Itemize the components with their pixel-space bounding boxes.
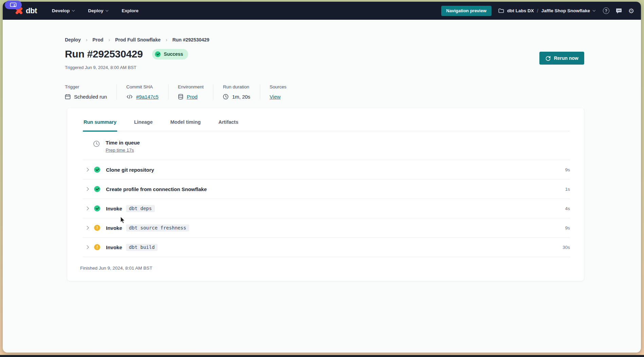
rerun-now-button[interactable]: Rerun now <box>539 52 584 65</box>
project-name: Jaffle Shop Snowflake <box>541 8 590 13</box>
top-navbar: dbt Develop Deploy Explore Navigation pr… <box>3 2 641 20</box>
nav-menu-deploy[interactable]: Deploy <box>88 8 108 13</box>
meta-run-duration: Run duration 1m, 20s <box>213 84 260 100</box>
breadcrumb-deploy[interactable]: Deploy <box>65 37 81 42</box>
main-nav: Develop Deploy Explore <box>52 8 139 13</box>
expand-chevron-icon[interactable] <box>85 168 89 171</box>
meta-label: Commit SHA <box>126 84 159 89</box>
meta-value-text: 1m, 20s <box>232 94 250 100</box>
nav-menu-explore[interactable]: Explore <box>122 8 139 13</box>
status-badge-label: Success <box>164 51 183 57</box>
rerun-now-label: Rerun now <box>554 55 578 61</box>
meta-commit-sha: Commit SHA #9a147c5 <box>117 84 168 100</box>
environment-link[interactable]: Prod <box>187 94 198 100</box>
feedback-icon <box>615 8 622 14</box>
success-check-icon <box>94 205 100 211</box>
page-title: Run #292530429 <box>65 48 143 60</box>
folder-icon <box>498 8 504 13</box>
expand-chevron-icon[interactable] <box>85 187 89 191</box>
step-row-dbt-build[interactable]: Invoke dbt build 30s <box>83 238 570 257</box>
clock-icon <box>93 140 100 153</box>
help-icon <box>603 7 609 14</box>
meta-label: Environment <box>178 84 204 89</box>
success-check-icon <box>94 186 100 192</box>
tab-model-timing[interactable]: Model timing <box>170 119 201 132</box>
refresh-icon <box>545 55 551 61</box>
nav-menu-deploy-label: Deploy <box>88 8 103 13</box>
time-in-queue-block: Time in queue Prep time 17s <box>83 131 570 160</box>
step-duration: 30s <box>562 245 570 250</box>
calendar-icon <box>65 94 71 100</box>
feedback-button[interactable] <box>614 6 623 15</box>
breadcrumb: Deploy › Prod › Prod Full Snowflake › Ru… <box>65 37 584 42</box>
step-row-clone-git[interactable]: Clone git repository 9s <box>83 160 570 180</box>
step-command: dbt source freshness <box>126 224 190 232</box>
expand-chevron-icon[interactable] <box>85 245 89 249</box>
commit-sha-link[interactable]: #9a147c5 <box>136 94 159 100</box>
nav-menu-explore-label: Explore <box>122 8 139 13</box>
meta-trigger: Trigger Scheduled run <box>65 84 117 100</box>
chevron-down-icon <box>72 8 75 11</box>
meta-environment: Environment Prod <box>168 84 213 100</box>
expand-chevron-icon[interactable] <box>85 226 89 230</box>
status-badge: Success <box>152 49 188 60</box>
screen-share-icon <box>10 2 17 7</box>
meta-value-text: Scheduled run <box>74 94 107 100</box>
step-row-dbt-deps[interactable]: Invoke dbt deps 4s <box>83 199 570 218</box>
warning-icon <box>94 225 100 231</box>
finished-timestamp: Finished Jun 9, 2024, 8:01 AM BST <box>80 257 570 271</box>
breadcrumb-separator: › <box>86 37 88 42</box>
nav-menu-develop[interactable]: Develop <box>52 8 75 13</box>
mouse-cursor <box>120 216 126 226</box>
settings-button[interactable]: ⚙ <box>627 6 636 15</box>
page-header: Deploy › Prod › Prod Full Snowflake › Ru… <box>65 37 584 100</box>
triggered-timestamp: Triggered Jun 9, 2024, 8:00 AM BST <box>65 65 584 70</box>
code-icon <box>126 94 133 99</box>
meta-sources: Sources View <box>260 84 296 100</box>
help-button[interactable] <box>602 6 610 15</box>
step-label: Create profile from connection Snowflake <box>106 186 207 192</box>
breadcrumb-prod[interactable]: Prod <box>92 37 103 42</box>
tab-run-summary[interactable]: Run summary <box>83 119 117 132</box>
sources-view-link[interactable]: View <box>270 94 281 100</box>
expand-chevron-icon[interactable] <box>85 206 89 210</box>
database-icon <box>178 94 183 100</box>
step-row-create-profile[interactable]: Create profile from connection Snowflake… <box>83 180 570 199</box>
account-project-switcher[interactable]: dbt Labs DX / Jaffle Shop Snowflake <box>498 8 595 14</box>
chevron-down-icon <box>593 8 595 11</box>
run-summary-card: Run summary Lineage Model timing Artifac… <box>67 108 584 281</box>
account-separator: / <box>537 8 538 14</box>
run-meta-row: Trigger Scheduled run Commit SHA #9a147c… <box>65 84 584 100</box>
clock-icon <box>223 94 229 100</box>
meta-label: Trigger <box>65 84 107 89</box>
app-window: dbt Develop Deploy Explore Navigation pr… <box>3 2 641 353</box>
check-circle-icon <box>155 51 161 57</box>
tab-lineage[interactable]: Lineage <box>133 119 154 132</box>
nav-menu-develop-label: Develop <box>52 8 70 13</box>
step-label: Clone git repository <box>106 167 154 173</box>
step-command: dbt build <box>126 244 158 251</box>
step-row-dbt-source-freshness[interactable]: Invoke dbt source freshness 9s <box>83 218 570 238</box>
meta-label: Run duration <box>223 84 250 89</box>
presence-badge[interactable] <box>5 1 22 9</box>
time-in-queue-title: Time in queue <box>106 140 140 146</box>
dbt-logo-label: dbt <box>26 6 37 15</box>
success-check-icon <box>94 167 100 173</box>
step-command: dbt deps <box>126 205 155 212</box>
step-duration: 1s <box>565 187 570 192</box>
breadcrumb-run[interactable]: Run #292530429 <box>172 37 209 42</box>
navigation-preview-button[interactable]: Navigation preview <box>441 6 491 16</box>
chevron-down-icon <box>106 8 108 11</box>
step-duration: 4s <box>565 206 570 211</box>
step-label: Invoke <box>106 244 122 250</box>
navbar-right: Navigation preview dbt Labs DX / Jaffle … <box>441 6 636 16</box>
breadcrumb-separator: › <box>108 37 110 42</box>
step-duration: 9s <box>565 167 570 172</box>
tab-artifacts[interactable]: Artifacts <box>218 119 239 132</box>
account-name: dbt Labs DX <box>507 8 534 13</box>
warning-icon <box>94 244 100 250</box>
breadcrumb-job[interactable]: Prod Full Snowflake <box>115 37 161 42</box>
step-duration: 9s <box>565 225 570 231</box>
breadcrumb-separator: › <box>166 37 167 42</box>
prep-time-link[interactable]: Prep time 17s <box>106 148 140 153</box>
